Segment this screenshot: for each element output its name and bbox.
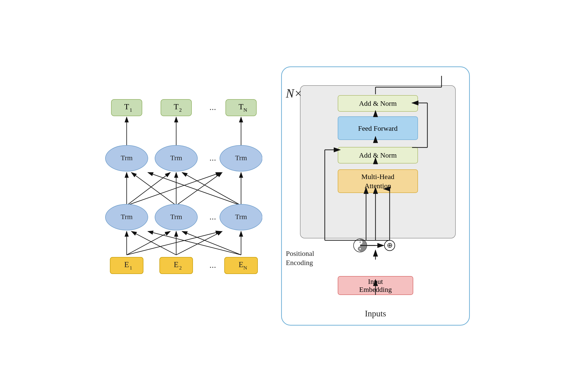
- svg-line-27: [182, 172, 241, 205]
- svg-text:Trm: Trm: [235, 213, 247, 221]
- add-norm-top-box: Add & Norm: [338, 95, 418, 112]
- svg-line-43: [182, 231, 241, 255]
- input-embedding-box: Input Embedding: [338, 276, 413, 295]
- main-container: T 1 T 2 ... T N Trm Trm ... Trm: [24, 19, 543, 373]
- add-norm-bottom-box: Add & Norm: [338, 147, 418, 164]
- svg-line-26: [148, 172, 241, 205]
- multi-head-attention-box: Multi-Head Attention: [338, 169, 418, 193]
- svg-text:2: 2: [179, 107, 182, 113]
- svg-text:Trm: Trm: [170, 213, 182, 221]
- svg-line-37: [127, 231, 170, 255]
- nx-label: N×: [286, 86, 302, 100]
- svg-text:...: ...: [209, 102, 216, 112]
- svg-text:T: T: [239, 102, 244, 111]
- svg-text:1: 1: [130, 107, 132, 113]
- svg-text:...: ...: [209, 153, 216, 163]
- feed-forward-box: Feed Forward: [338, 116, 418, 140]
- svg-line-39: [131, 231, 176, 255]
- svg-line-42: [148, 231, 241, 255]
- svg-text:T: T: [124, 102, 129, 111]
- add-norm-bottom-label: Add & Norm: [359, 151, 397, 159]
- svg-text:E: E: [124, 260, 129, 269]
- svg-line-41: [176, 231, 222, 255]
- svg-text:N: N: [243, 107, 247, 113]
- svg-text:N: N: [243, 265, 247, 271]
- right-diagram: Add & Norm Feed Forward Add & Norm Multi…: [281, 66, 470, 326]
- positional-encoding-label: Positional Encoding: [286, 249, 324, 267]
- multi-head-label: Multi-Head Attention: [361, 172, 394, 190]
- svg-text:1: 1: [130, 265, 132, 271]
- svg-text:...: ...: [209, 211, 216, 222]
- input-embedding-label: Input Embedding: [359, 278, 392, 294]
- svg-text:T: T: [174, 102, 179, 111]
- left-diagram: T 1 T 2 ... T N Trm Trm ... Trm: [97, 90, 262, 302]
- svg-line-23: [131, 172, 176, 205]
- left-diagram-svg: T 1 T 2 ... T N Trm Trm ... Trm: [97, 90, 262, 302]
- svg-text:E: E: [239, 260, 244, 269]
- svg-text:Trm: Trm: [235, 154, 247, 162]
- feed-forward-label: Feed Forward: [358, 124, 397, 133]
- svg-text:...: ...: [209, 260, 216, 270]
- svg-line-25: [176, 172, 222, 205]
- svg-text:E: E: [174, 260, 179, 269]
- inputs-label: Inputs: [365, 308, 386, 319]
- transformer-block: Add & Norm Feed Forward Add & Norm Multi…: [300, 85, 456, 238]
- add-norm-top-label: Add & Norm: [359, 99, 397, 107]
- svg-text:2: 2: [179, 265, 182, 271]
- svg-text:Trm: Trm: [121, 154, 133, 162]
- svg-line-38: [127, 231, 221, 255]
- svg-text:Trm: Trm: [121, 213, 133, 221]
- svg-line-22: [127, 172, 221, 205]
- svg-line-21: [127, 172, 170, 205]
- svg-text:Trm: Trm: [170, 154, 182, 162]
